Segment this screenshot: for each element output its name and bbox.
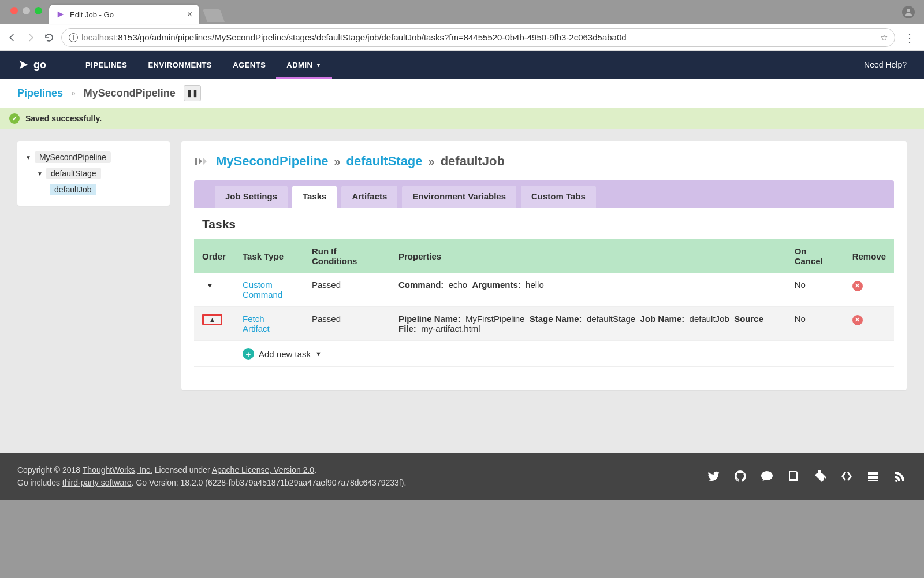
col-remove: Remove bbox=[844, 239, 894, 273]
crumb-sep: » bbox=[334, 155, 340, 168]
table-row: ▼CustomCommandPassedCommand: echo Argume… bbox=[194, 273, 894, 307]
tab-tasks[interactable]: Tasks bbox=[292, 186, 337, 208]
chevron-down-icon: ▼ bbox=[315, 62, 321, 68]
job-tabs: Job Settings Tasks Artifacts Environment… bbox=[194, 180, 894, 208]
main-panel: MySecondPipeline » defaultStage » defaul… bbox=[181, 141, 907, 390]
address-bar-row: i localhost:8153/go/admin/pipelines/MySe… bbox=[0, 24, 924, 51]
caret-down-icon: ▼ bbox=[37, 171, 43, 177]
top-nav-items: PIPELINES ENVIRONMENTS AGENTS ADMIN▼ bbox=[75, 51, 332, 79]
tree-job[interactable]: defaultJob bbox=[24, 181, 163, 198]
footer-text: Copyright © 2018 ThoughtWorks, Inc. Lice… bbox=[17, 464, 406, 490]
server-icon[interactable] bbox=[866, 469, 880, 483]
tab-strip: Edit Job - Go × bbox=[0, 0, 924, 24]
footer-icons bbox=[707, 469, 907, 483]
footer-version: . Go Version: 18.2.0 (6228-fbb379a451871… bbox=[132, 478, 407, 487]
table-row: ▲FetchArtifactPassedPipeline Name: MyFir… bbox=[194, 307, 894, 341]
rss-icon[interactable] bbox=[893, 469, 907, 483]
stage-nav-icon bbox=[194, 155, 210, 167]
book-icon[interactable] bbox=[787, 469, 800, 483]
tab-job-settings[interactable]: Job Settings bbox=[215, 186, 288, 208]
minimize-window-icon[interactable] bbox=[23, 7, 30, 14]
forward-icon[interactable] bbox=[24, 31, 37, 44]
tab-environment-variables[interactable]: Environment Variables bbox=[402, 186, 516, 208]
on-cancel-value: No bbox=[787, 307, 844, 341]
logo[interactable]: go bbox=[17, 58, 46, 71]
crumb-pipeline-link[interactable]: MySecondPipeline bbox=[216, 154, 328, 169]
browser-chrome: Edit Job - Go × i localhost:8153/go/admi… bbox=[0, 0, 924, 51]
maximize-window-icon[interactable] bbox=[35, 7, 42, 14]
caret-down-icon: ▼ bbox=[25, 154, 31, 161]
table-header-row: Order Task Type Run If Conditions Proper… bbox=[194, 239, 894, 273]
pipeline-tree-panel: ▼ MySecondPipeline ▼ defaultStage defaul… bbox=[17, 141, 170, 206]
logo-icon bbox=[17, 58, 30, 71]
run-if-value: Passed bbox=[304, 307, 390, 341]
browser-tab[interactable]: Edit Job - Go × bbox=[49, 5, 199, 24]
footer-license-link[interactable]: Apache License, Version 2.0 bbox=[212, 465, 314, 475]
tab-artifacts[interactable]: Artifacts bbox=[341, 186, 397, 208]
close-window-icon[interactable] bbox=[10, 7, 18, 14]
task-properties: Command: echo Arguments: hello bbox=[390, 273, 787, 307]
move-up-icon[interactable]: ▲ bbox=[202, 314, 222, 325]
back-icon[interactable] bbox=[6, 31, 18, 44]
run-if-value: Passed bbox=[304, 273, 390, 307]
plugin-icon[interactable] bbox=[813, 469, 827, 483]
plus-circle-icon: + bbox=[243, 348, 254, 360]
go-favicon-icon bbox=[56, 10, 65, 19]
footer: Copyright © 2018 ThoughtWorks, Inc. Lice… bbox=[0, 453, 924, 500]
chevron-down-icon: ▼ bbox=[315, 350, 322, 357]
add-new-task-button[interactable]: +Add new task▼ bbox=[243, 348, 322, 360]
flash-success: ✓ Saved successfully. bbox=[0, 108, 924, 129]
col-runif: Run If Conditions bbox=[304, 239, 390, 273]
logo-text: go bbox=[33, 59, 46, 71]
reload-icon[interactable] bbox=[43, 31, 55, 44]
move-down-icon[interactable]: ▼ bbox=[202, 281, 218, 290]
crumb-sep: » bbox=[429, 155, 435, 168]
breadcrumb-current: MySecondPipeline bbox=[84, 87, 176, 99]
close-tab-icon[interactable]: × bbox=[187, 9, 192, 20]
tree-stage[interactable]: ▼ defaultStage bbox=[24, 165, 163, 181]
nav-environments[interactable]: ENVIRONMENTS bbox=[137, 51, 222, 79]
profile-avatar-icon[interactable] bbox=[902, 6, 915, 18]
sub-breadcrumb-bar: Pipelines » MySecondPipeline ❚❚ bbox=[0, 79, 924, 108]
tasks-table: Order Task Type Run If Conditions Proper… bbox=[194, 239, 894, 367]
col-order: Order bbox=[194, 239, 234, 273]
remove-task-icon[interactable]: ✕ bbox=[852, 315, 863, 325]
add-task-row: +Add new task▼ bbox=[194, 341, 894, 367]
address-bar[interactable]: i localhost:8153/go/admin/pipelines/MySe… bbox=[61, 28, 895, 47]
chat-icon[interactable] bbox=[760, 469, 774, 483]
github-icon[interactable] bbox=[733, 469, 747, 483]
remove-task-icon[interactable]: ✕ bbox=[852, 281, 863, 291]
tree-pipeline-label: MySecondPipeline bbox=[35, 151, 111, 163]
footer-copyright: Copyright © 2018 bbox=[17, 465, 83, 475]
tab-custom-tabs[interactable]: Custom Tabs bbox=[521, 186, 596, 208]
need-help-link[interactable]: Need Help? bbox=[864, 60, 907, 69]
tree-pipeline[interactable]: ▼ MySecondPipeline bbox=[24, 149, 163, 165]
on-cancel-value: No bbox=[787, 273, 844, 307]
task-type-link[interactable]: FetchArtifact bbox=[243, 314, 270, 334]
app-root: go PIPELINES ENVIRONMENTS AGENTS ADMIN▼ … bbox=[0, 51, 924, 453]
flash-message: Saved successfully. bbox=[25, 114, 102, 123]
footer-thoughtworks-link[interactable]: ThoughtWorks, Inc. bbox=[83, 465, 152, 475]
breadcrumb-sep: » bbox=[71, 88, 76, 98]
task-type-link[interactable]: CustomCommand bbox=[243, 280, 282, 299]
section-title: Tasks bbox=[181, 208, 907, 239]
bookmark-star-icon[interactable]: ☆ bbox=[880, 32, 888, 43]
nav-admin[interactable]: ADMIN▼ bbox=[276, 51, 332, 79]
breadcrumb-pipelines-link[interactable]: Pipelines bbox=[17, 87, 63, 99]
nav-agents[interactable]: AGENTS bbox=[222, 51, 276, 79]
col-oncancel: On Cancel bbox=[787, 239, 844, 273]
browser-menu-icon[interactable]: ⋮ bbox=[901, 31, 918, 45]
crumb-job-current: defaultJob bbox=[441, 154, 505, 169]
task-properties: Pipeline Name: MyFirstPipeline Stage Nam… bbox=[390, 307, 787, 341]
new-tab-button[interactable] bbox=[203, 9, 225, 22]
nav-pipelines[interactable]: PIPELINES bbox=[75, 51, 137, 79]
page-body: ▼ MySecondPipeline ▼ defaultStage defaul… bbox=[0, 129, 924, 453]
api-icon[interactable] bbox=[840, 469, 854, 483]
svg-rect-1 bbox=[195, 158, 197, 165]
site-info-icon[interactable]: i bbox=[69, 33, 78, 42]
footer-thirdparty-link[interactable]: third-party software bbox=[62, 478, 132, 487]
pause-pipeline-button[interactable]: ❚❚ bbox=[184, 85, 201, 101]
twitter-icon[interactable] bbox=[707, 469, 721, 483]
crumb-stage-link[interactable]: defaultStage bbox=[346, 154, 423, 169]
col-properties: Properties bbox=[390, 239, 787, 273]
